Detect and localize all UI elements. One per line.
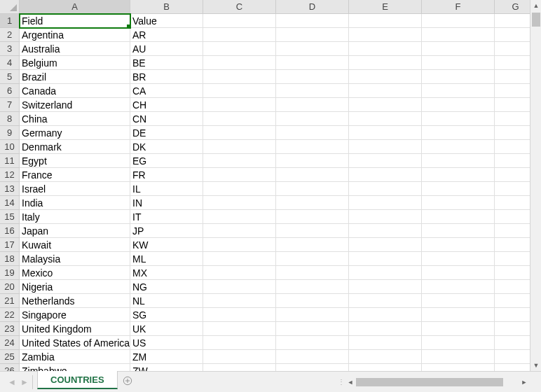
sheet-tab-countries[interactable]: COUNTRIES: [37, 371, 118, 389]
row-header-22[interactable]: 22: [0, 308, 19, 322]
row-header-26[interactable]: 26: [0, 364, 19, 371]
cell-g8[interactable]: [495, 112, 530, 126]
cell-b22[interactable]: SG: [130, 308, 203, 322]
cell-b16[interactable]: JP: [130, 224, 203, 238]
cell-e25[interactable]: [349, 350, 422, 364]
cell-c14[interactable]: [203, 196, 276, 210]
cell-b4[interactable]: BE: [130, 56, 203, 70]
cell-d26[interactable]: [276, 364, 349, 371]
cell-b1[interactable]: Value: [130, 14, 203, 28]
cell-b20[interactable]: NG: [130, 280, 203, 294]
cell-b18[interactable]: ML: [130, 252, 203, 266]
cell-e9[interactable]: [349, 126, 422, 140]
cell-b3[interactable]: AU: [130, 42, 203, 56]
cell-a11[interactable]: Egypt: [20, 154, 130, 168]
cell-g23[interactable]: [495, 322, 530, 336]
row-header-12[interactable]: 12: [0, 168, 19, 182]
column-header-b[interactable]: B: [130, 0, 203, 14]
cell-g19[interactable]: [495, 266, 530, 280]
cell-d15[interactable]: [276, 210, 349, 224]
cell-d21[interactable]: [276, 294, 349, 308]
cell-f11[interactable]: [422, 154, 495, 168]
cell-c11[interactable]: [203, 154, 276, 168]
cell-g11[interactable]: [495, 154, 530, 168]
cell-f18[interactable]: [422, 252, 495, 266]
cell-g12[interactable]: [495, 168, 530, 182]
vertical-scroll-thumb[interactable]: [532, 13, 540, 27]
cell-f15[interactable]: [422, 210, 495, 224]
cell-c25[interactable]: [203, 350, 276, 364]
cell-a16[interactable]: Japan: [20, 224, 130, 238]
cell-d7[interactable]: [276, 98, 349, 112]
cell-e22[interactable]: [349, 308, 422, 322]
row-header-9[interactable]: 9: [0, 126, 19, 140]
cell-f3[interactable]: [422, 42, 495, 56]
cell-e17[interactable]: [349, 238, 422, 252]
add-sheet-button[interactable]: [118, 372, 137, 390]
cell-a12[interactable]: France: [20, 168, 130, 182]
cell-c19[interactable]: [203, 266, 276, 280]
cell-g7[interactable]: [495, 98, 530, 112]
cell-c17[interactable]: [203, 238, 276, 252]
cell-b9[interactable]: DE: [130, 126, 203, 140]
row-header-15[interactable]: 15: [0, 210, 19, 224]
cell-b13[interactable]: IL: [130, 182, 203, 196]
cell-f4[interactable]: [422, 56, 495, 70]
cell-e12[interactable]: [349, 168, 422, 182]
cell-c6[interactable]: [203, 84, 276, 98]
cell-e8[interactable]: [349, 112, 422, 126]
cell-b8[interactable]: CN: [130, 112, 203, 126]
cell-b24[interactable]: US: [130, 336, 203, 350]
cell-c9[interactable]: [203, 126, 276, 140]
cell-e14[interactable]: [349, 196, 422, 210]
cell-b21[interactable]: NL: [130, 294, 203, 308]
cell-f9[interactable]: [422, 126, 495, 140]
cell-d14[interactable]: [276, 196, 349, 210]
cell-g25[interactable]: [495, 350, 530, 364]
vertical-scrollbar[interactable]: ▲ ▼: [530, 0, 541, 371]
row-header-20[interactable]: 20: [0, 280, 19, 294]
cell-d24[interactable]: [276, 336, 349, 350]
cell-b26[interactable]: ZW: [130, 364, 203, 371]
row-header-5[interactable]: 5: [0, 70, 19, 84]
cell-d12[interactable]: [276, 168, 349, 182]
cell-e24[interactable]: [349, 336, 422, 350]
cell-d20[interactable]: [276, 280, 349, 294]
cell-e3[interactable]: [349, 42, 422, 56]
cell-a17[interactable]: Kuwait: [20, 238, 130, 252]
cell-g20[interactable]: [495, 280, 530, 294]
cell-d4[interactable]: [276, 56, 349, 70]
cell-b15[interactable]: IT: [130, 210, 203, 224]
row-header-11[interactable]: 11: [0, 154, 19, 168]
cell-a15[interactable]: Italy: [20, 210, 130, 224]
cell-c18[interactable]: [203, 252, 276, 266]
cell-a23[interactable]: United Kingdom: [20, 322, 130, 336]
cell-g26[interactable]: [495, 364, 530, 371]
cell-a4[interactable]: Belgium: [20, 56, 130, 70]
cell-b6[interactable]: CA: [130, 84, 203, 98]
cell-e5[interactable]: [349, 70, 422, 84]
cell-d11[interactable]: [276, 154, 349, 168]
cell-f10[interactable]: [422, 140, 495, 154]
cell-g14[interactable]: [495, 196, 530, 210]
cell-d3[interactable]: [276, 42, 349, 56]
row-header-17[interactable]: 17: [0, 238, 19, 252]
cell-e16[interactable]: [349, 224, 422, 238]
cell-b7[interactable]: CH: [130, 98, 203, 112]
cell-a3[interactable]: Australia: [20, 42, 130, 56]
cell-g24[interactable]: [495, 336, 530, 350]
next-sheet-button[interactable]: ►: [18, 374, 31, 391]
scroll-up-button[interactable]: ▲: [530, 0, 541, 11]
cell-c1[interactable]: [203, 14, 276, 28]
cell-d16[interactable]: [276, 224, 349, 238]
cell-d18[interactable]: [276, 252, 349, 266]
row-header-24[interactable]: 24: [0, 336, 19, 350]
cell-b12[interactable]: FR: [130, 168, 203, 182]
cell-e26[interactable]: [349, 364, 422, 371]
cell-c22[interactable]: [203, 308, 276, 322]
cell-f13[interactable]: [422, 182, 495, 196]
cell-d5[interactable]: [276, 70, 349, 84]
cell-f25[interactable]: [422, 350, 495, 364]
column-header-g[interactable]: G: [495, 0, 530, 14]
cell-b10[interactable]: DK: [130, 140, 203, 154]
